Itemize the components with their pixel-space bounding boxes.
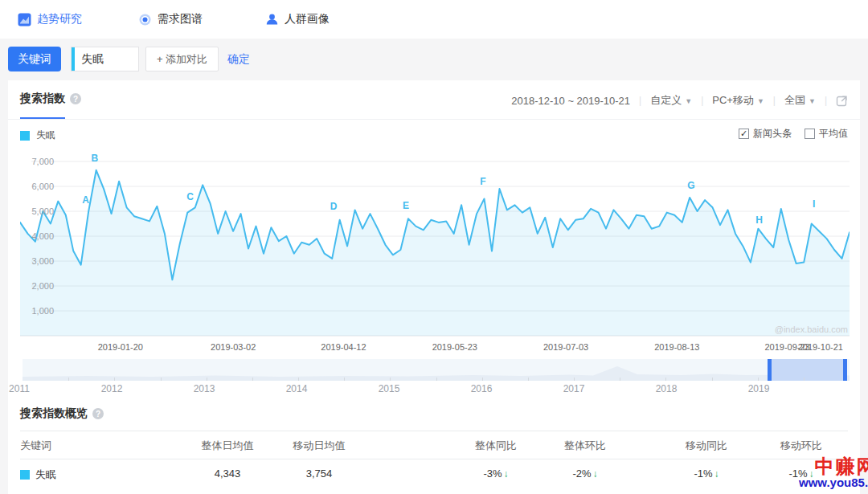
timeline-year-label: 2018 [656, 383, 678, 394]
checkbox-2[interactable]: 平均值 [805, 127, 848, 141]
timeline-year-label: 2015 [379, 383, 400, 394]
slider-tick [804, 378, 805, 381]
chevron-down-icon: ▼ [757, 97, 764, 105]
overview-header-row: 关键词整体日均值移动日均值整体同比整体环比移动同比移动环比 [20, 439, 848, 453]
dropdown-custom-range[interactable]: 自定义▼ [650, 93, 692, 108]
overview-value-cell: -1%↓ [788, 467, 813, 480]
chevron-down-icon: ▼ [685, 97, 692, 105]
dropdown-device[interactable]: PC+移动▼ [712, 93, 764, 108]
chart-plot[interactable]: 1,0002,0003,0004,0005,0006,0007,000ABCDE… [20, 151, 850, 339]
timeline-years: 201120122013201420152016201720182019 [23, 383, 850, 394]
slider-tick [390, 378, 391, 381]
overview-header: 整体同比 [475, 439, 517, 453]
slider-tick [665, 378, 666, 381]
svg-text:I: I [813, 198, 815, 210]
overview-value-cell: 3,754 [306, 467, 333, 480]
timeline-year-label: 2013 [194, 383, 215, 394]
slider-selection[interactable] [768, 359, 847, 381]
slider-tick [482, 378, 483, 381]
svg-text:F: F [480, 176, 485, 187]
keyword-category-button[interactable]: 关键词 [8, 47, 61, 71]
dropdown-region[interactable]: 全国▼ [784, 93, 816, 108]
slider-tick [436, 378, 437, 381]
legend-color-chip [20, 131, 30, 141]
keyword-label: 失眠 [35, 467, 56, 482]
svg-text:E: E [403, 200, 409, 211]
checkbox-icon: ✓ [739, 129, 749, 139]
checkbox-1[interactable]: ✓新闻头条 [739, 127, 792, 141]
down-arrow-icon: ↓ [714, 468, 719, 480]
nav-item-label: 需求图谱 [158, 12, 203, 27]
overlay-toggles: ✓新闻头条平均值 [739, 127, 848, 141]
panel-title: 搜索指数 [20, 92, 65, 106]
timeline-year-label: 2019 [748, 383, 770, 394]
timeline-year-label: 2017 [563, 383, 585, 394]
slider-tick [758, 378, 759, 381]
slider-tick [620, 378, 620, 381]
svg-text:2,000: 2,000 [31, 281, 54, 291]
overview-data-row: 失眠4,3433,754-3%↓-2%↓-1%↓-1%↓ [20, 467, 848, 482]
chevron-down-icon: ▼ [809, 97, 816, 105]
chart-legend: 失眠 [20, 129, 55, 142]
down-arrow-icon: ↓ [593, 468, 598, 480]
overview-header: 整体环比 [564, 439, 606, 453]
x-axis-label: 2019-04-12 [321, 342, 366, 352]
series-color-bar [72, 47, 75, 71]
panel-title-row: 搜索指数 ? [20, 92, 81, 106]
slider-tick [114, 378, 115, 381]
top-nav: 趋势研究需求图谱人群画像 [0, 0, 868, 39]
divider [20, 431, 848, 431]
overview-header: 移动同比 [686, 439, 727, 453]
export-icon[interactable] [836, 95, 848, 107]
baidu-index-watermark: @index.baidu.com [775, 325, 848, 334]
slider-tick [344, 378, 345, 381]
overview-header: 移动日均值 [293, 439, 346, 453]
overview-value-cell: -1%↓ [694, 467, 719, 480]
x-axis-label: 2019-08-13 [654, 342, 699, 352]
separator: | [639, 95, 641, 106]
confirm-button[interactable]: 确定 [227, 52, 250, 67]
timeline-year-label: 2011 [9, 383, 30, 394]
overview-title: 搜索指数概览 [20, 406, 88, 421]
nav-item-1[interactable]: 趋势研究 [18, 0, 82, 39]
slider-tick [712, 378, 713, 381]
date-range[interactable]: 2018-12-10 ~ 2019-10-21 [511, 95, 630, 107]
help-icon[interactable]: ? [92, 408, 104, 419]
nav-item-2[interactable]: 需求图谱 [138, 0, 203, 39]
down-arrow-icon: ↓ [504, 468, 509, 480]
timeline-slider[interactable] [23, 359, 850, 381]
keyword-input[interactable] [81, 47, 136, 71]
checkbox-icon [805, 129, 815, 139]
svg-text:7,000: 7,000 [31, 157, 54, 166]
x-axis-label: 2019-03-02 [211, 342, 256, 352]
chart-x-axis: 2019-01-202019-03-022019-04-122019-05-23… [20, 342, 850, 353]
slider-tick [207, 378, 207, 381]
x-axis-label: 2019-10-21 [798, 342, 843, 352]
x-axis-label: 2019-05-23 [432, 342, 477, 352]
timeline-year-label: 2014 [286, 383, 308, 394]
svg-text:C: C [186, 191, 194, 202]
separator: | [825, 95, 827, 106]
overview-keyword-cell: 失眠 [20, 467, 56, 482]
slider-handle-left[interactable] [768, 359, 772, 381]
add-compare-button[interactable]: + 添加对比 [145, 47, 219, 71]
checkbox-label: 新闻头条 [753, 127, 792, 141]
svg-text:G: G [687, 180, 694, 191]
overview-header: 关键词 [20, 439, 51, 453]
separator: | [701, 95, 703, 106]
checkbox-label: 平均值 [819, 127, 848, 141]
keyword-color-chip [20, 470, 30, 480]
svg-text:1,000: 1,000 [31, 306, 54, 316]
overview-header: 移动环比 [780, 439, 822, 453]
svg-text:5,000: 5,000 [31, 206, 54, 216]
slider-tick [528, 378, 529, 381]
svg-text:A: A [82, 194, 89, 206]
chart-controls: 2018-12-10 ~ 2019-10-21 | 自定义▼ | PC+移动▼ … [511, 93, 848, 108]
keyword-input-wrap [71, 47, 139, 71]
help-icon[interactable]: ? [70, 93, 81, 104]
slider-handle-right[interactable] [843, 359, 847, 381]
nav-item-3[interactable]: 人群画像 [265, 0, 330, 39]
svg-text:B: B [92, 153, 99, 164]
svg-text:6,000: 6,000 [31, 182, 54, 191]
search-index-panel: 搜索指数 ? 2018-12-10 ~ 2019-10-21 | 自定义▼ | … [8, 80, 860, 494]
